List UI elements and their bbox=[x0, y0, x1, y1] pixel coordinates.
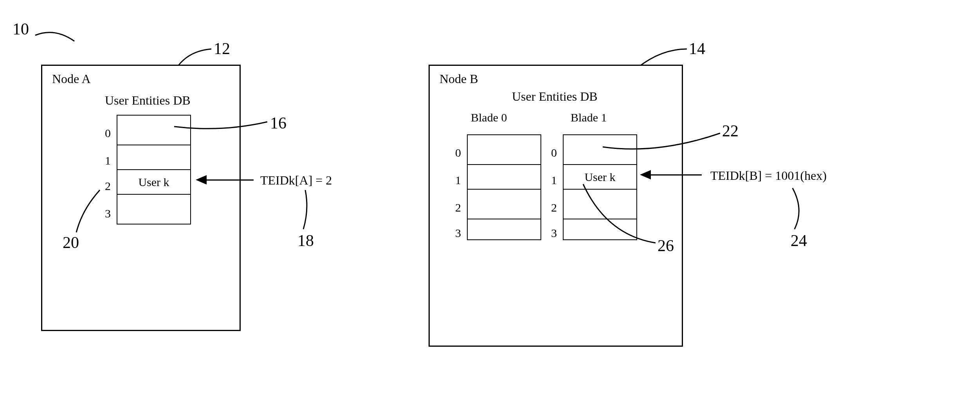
node-b-box: Node B User Entities DB Blade 0 Blade 1 … bbox=[429, 65, 683, 347]
ref-20: 20 bbox=[63, 233, 79, 252]
arrow-node-a-line bbox=[207, 179, 254, 181]
leader-10 bbox=[35, 29, 86, 49]
blade-0-table bbox=[467, 134, 541, 240]
ref-22: 22 bbox=[722, 121, 739, 140]
node-b-title: Node B bbox=[440, 72, 478, 86]
node-a-db-title: User Entities DB bbox=[105, 93, 191, 108]
blade0-row-3: 3 bbox=[455, 226, 461, 240]
node-a-cell-0 bbox=[117, 115, 191, 145]
blade0-cell-0 bbox=[467, 134, 541, 165]
blade-1-title: Blade 1 bbox=[571, 111, 607, 124]
blade1-cell-1: User k bbox=[563, 164, 637, 190]
ref-24: 24 bbox=[791, 231, 807, 250]
blade0-cell-2 bbox=[467, 189, 541, 219]
blade1-cell-2 bbox=[563, 189, 637, 219]
blade0-row-0: 0 bbox=[455, 146, 461, 159]
leader-24 bbox=[783, 188, 806, 231]
blade1-row-3: 3 bbox=[551, 226, 557, 240]
blade-0-title: Blade 0 bbox=[471, 111, 507, 124]
ref-18: 18 bbox=[297, 231, 314, 250]
node-a-title: Node A bbox=[52, 72, 91, 86]
node-a-row-0: 0 bbox=[105, 127, 111, 140]
node-a-cell-1 bbox=[117, 145, 191, 170]
blade0-cell-1 bbox=[467, 164, 541, 190]
blade1-cell-3 bbox=[563, 219, 637, 240]
blade-1-table: User k bbox=[563, 134, 637, 240]
node-b-db-title: User Entities DB bbox=[512, 89, 598, 104]
leader-18 bbox=[297, 190, 317, 233]
node-a-row-2: 2 bbox=[105, 179, 111, 193]
node-a-row-3: 3 bbox=[105, 207, 111, 220]
blade1-row-2: 2 bbox=[551, 201, 557, 214]
blade0-cell-3 bbox=[467, 219, 541, 240]
arrow-node-b-head bbox=[640, 170, 651, 179]
arrow-node-b-line bbox=[651, 174, 702, 176]
node-a-box: Node A User Entities DB User k 0 1 2 3 bbox=[41, 65, 241, 331]
node-a-cell-2: User k bbox=[117, 169, 191, 195]
blade0-row-1: 1 bbox=[455, 174, 461, 187]
blade0-row-2: 2 bbox=[455, 201, 461, 214]
ref-10: 10 bbox=[13, 20, 29, 38]
arrow-node-a-head bbox=[196, 175, 207, 185]
teid-b: TEIDk[B] = 1001(hex) bbox=[710, 168, 827, 183]
ref-12: 12 bbox=[214, 39, 230, 58]
ref-16: 16 bbox=[270, 114, 286, 132]
ref-26: 26 bbox=[658, 236, 674, 255]
blade1-row-0: 0 bbox=[551, 146, 557, 159]
ref-14: 14 bbox=[689, 39, 705, 58]
teid-a: TEIDk[A] = 2 bbox=[260, 173, 332, 188]
blade1-row-1: 1 bbox=[551, 174, 557, 187]
node-a-cell-3 bbox=[117, 194, 191, 224]
node-a-table: User k bbox=[117, 115, 191, 224]
blade1-cell-0 bbox=[563, 134, 637, 165]
node-a-row-1: 1 bbox=[105, 154, 111, 167]
